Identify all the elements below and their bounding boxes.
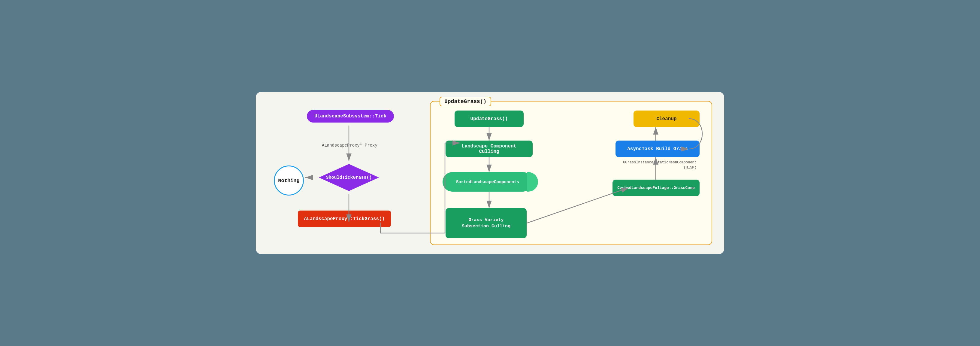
nothing-label: Nothing xyxy=(278,178,299,183)
nothing-node: Nothing xyxy=(274,166,304,196)
async-task-node: AsyncTask Build Grass xyxy=(616,140,700,157)
proxy-label: ALandscapeProxy* Proxy xyxy=(322,143,377,148)
main-container: ULandscapeSubsystem::Tick ALandscapeProx… xyxy=(256,92,724,254)
async-task-label: AsyncTask Build Grass xyxy=(627,146,688,151)
update-grass-box-label: UpdateGrass() xyxy=(439,97,491,106)
grass-variety-label: Grass Variety Subsection Culling xyxy=(462,217,511,230)
should-tick-label: ShouldTickGrass() xyxy=(326,175,372,180)
cleanup-node: Cleanup xyxy=(633,110,700,127)
sorted-components-node: SortedLandscapeComponents xyxy=(442,172,533,191)
tick-grass-node: ALandscapeProxy::TickGrass() xyxy=(298,210,391,227)
update-grass-box: UpdateGrass() UpdateGrass() Landscape Co… xyxy=(430,101,712,245)
right-section: UpdateGrass() UpdateGrass() Landscape Co… xyxy=(430,101,712,245)
tick-grass-label: ALandscapeProxy::TickGrass() xyxy=(304,216,385,222)
hism-label: UGrassInstancedStaticMeshComponent(HISM) xyxy=(622,160,697,170)
should-tick-container: ShouldTickGrass() xyxy=(313,161,385,194)
cached-foliage-label: CachedLandscapeFoliage::GrassComp xyxy=(617,186,694,190)
tick-node: ULandscapeSubsystem::Tick xyxy=(307,110,394,123)
landscape-cull-node: Landscape Component Culling xyxy=(445,140,533,157)
landscape-cull-label: Landscape Component Culling xyxy=(452,144,527,155)
update-grass-label-node: UpdateGrass() xyxy=(471,116,508,122)
update-grass-node: UpdateGrass() xyxy=(455,110,523,127)
tick-label: ULandscapeSubsystem::Tick xyxy=(314,113,387,119)
sorted-components-label: SortedLandscapeComponents xyxy=(456,180,519,184)
left-section: ULandscapeSubsystem::Tick ALandscapeProx… xyxy=(268,101,430,245)
cleanup-label: Cleanup xyxy=(656,116,676,122)
cached-foliage-node: CachedLandscapeFoliage::GrassComp xyxy=(612,180,700,196)
grass-variety-node: Grass Variety Subsection Culling xyxy=(445,208,527,238)
